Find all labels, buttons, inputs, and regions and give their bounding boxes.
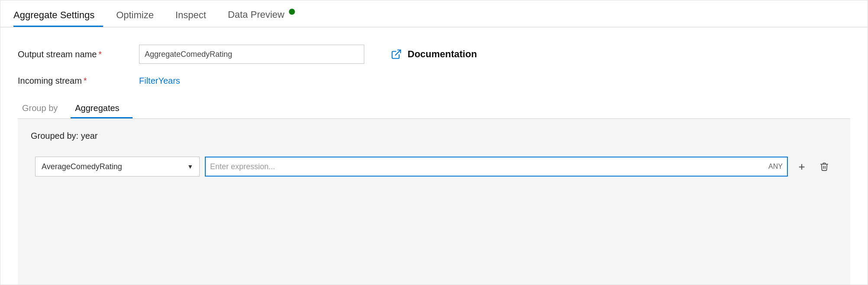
- data-preview-status-dot: [289, 9, 295, 15]
- output-stream-required: *: [98, 49, 102, 59]
- main-container: Aggregate Settings Optimize Inspect Data…: [0, 0, 868, 285]
- dropdown-value: AverageComedyRating: [42, 162, 122, 171]
- add-aggregate-button[interactable]: +: [793, 158, 810, 175]
- external-link-icon: [390, 48, 402, 60]
- output-stream-input[interactable]: [139, 45, 364, 64]
- aggregates-content: Grouped by: year AverageComedyRating ▼ E…: [18, 119, 850, 285]
- svg-line-0: [395, 50, 401, 55]
- expression-placeholder: Enter expression...: [210, 162, 765, 171]
- any-badge: ANY: [768, 163, 783, 170]
- tab-aggregate-settings[interactable]: Aggregate Settings: [13, 10, 103, 27]
- documentation-link[interactable]: Documentation: [390, 48, 477, 60]
- tab-inspect[interactable]: Inspect: [175, 10, 215, 27]
- expression-row: AverageComedyRating ▼ Enter expression..…: [31, 151, 837, 183]
- trash-icon: [819, 162, 829, 171]
- incoming-stream-label: Incoming stream*: [18, 76, 139, 86]
- delete-aggregate-button[interactable]: [816, 158, 833, 175]
- aggregate-column-dropdown[interactable]: AverageComedyRating ▼: [35, 157, 200, 177]
- tab-data-preview[interactable]: Data Preview: [228, 9, 304, 27]
- tab-optimize[interactable]: Optimize: [116, 10, 162, 27]
- tab-aggregates[interactable]: Aggregates: [71, 98, 132, 118]
- content-area: Output stream name* Documentation Incomi…: [0, 27, 868, 285]
- output-stream-label: Output stream name*: [18, 49, 139, 59]
- dropdown-arrow-icon: ▼: [187, 163, 193, 170]
- tab-group-by[interactable]: Group by: [18, 98, 71, 118]
- incoming-stream-link[interactable]: FilterYears: [139, 76, 180, 86]
- grouped-by-label: Grouped by: year: [31, 131, 837, 141]
- incoming-stream-required: *: [84, 76, 87, 85]
- expression-input-wrapper[interactable]: Enter expression... ANY: [205, 157, 788, 177]
- documentation-label: Documentation: [408, 49, 477, 60]
- output-stream-row: Output stream name* Documentation: [18, 45, 850, 64]
- top-tab-bar: Aggregate Settings Optimize Inspect Data…: [0, 0, 868, 27]
- inner-tab-bar: Group by Aggregates: [18, 98, 850, 119]
- incoming-stream-row: Incoming stream* FilterYears: [18, 76, 850, 86]
